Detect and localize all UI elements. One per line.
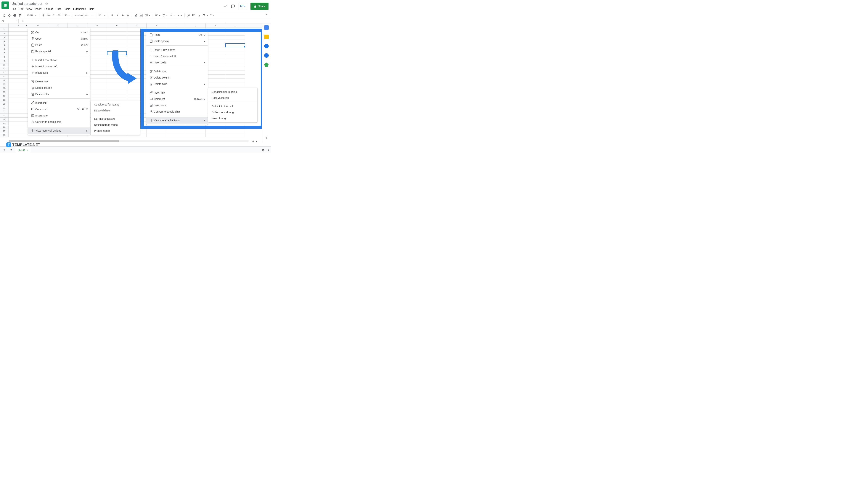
menu-item-get-link-to-this-cell[interactable]: Get link to this cell (208, 103, 257, 109)
column-header-k[interactable]: K (206, 24, 225, 28)
cell[interactable] (87, 79, 107, 82)
undo-button[interactable] (2, 13, 7, 18)
cell[interactable] (127, 59, 147, 63)
menu-item-comment[interactable]: CommentCtrl+Alt+M (28, 106, 90, 112)
font-dropdown[interactable]: Default (Ari...▼ (74, 13, 94, 18)
increase-decimal-button[interactable]: .00_ (57, 13, 62, 18)
cell[interactable] (206, 47, 225, 51)
cell[interactable] (87, 94, 107, 98)
row-header-10[interactable]: 10 (0, 63, 8, 67)
menu-item-insert-1-column-left[interactable]: Insert 1 column left (146, 53, 208, 59)
cell[interactable] (127, 79, 147, 82)
menu-item-insert-1-column-left[interactable]: Insert 1 column left (28, 63, 90, 69)
activity-icon[interactable] (223, 4, 227, 8)
cell[interactable] (87, 90, 107, 94)
cell[interactable] (127, 55, 147, 59)
cell[interactable] (87, 75, 107, 79)
row-header-1[interactable]: 1 (0, 28, 8, 32)
wrap-button[interactable]: ▼ (169, 13, 176, 18)
redo-button[interactable] (7, 13, 12, 18)
cell[interactable] (186, 125, 206, 129)
column-header-c[interactable]: C (48, 24, 68, 28)
row-header-4[interactable]: 4 (0, 39, 8, 44)
cell[interactable] (8, 71, 28, 75)
cell[interactable] (206, 129, 225, 133)
text-color-button[interactable]: A (125, 13, 130, 18)
scroll-right-button[interactable]: ▶ (255, 140, 258, 143)
menu-item-data-validation[interactable]: Data validation (208, 95, 257, 101)
cell[interactable] (8, 47, 28, 51)
cell[interactable] (206, 67, 225, 71)
cell[interactable] (127, 63, 147, 67)
cell[interactable] (225, 47, 245, 51)
cell[interactable] (107, 51, 127, 55)
cell[interactable] (8, 63, 28, 67)
cell[interactable] (87, 86, 107, 90)
horizontal-scrollbar[interactable]: ◀ ▶ (0, 140, 262, 143)
borders-button[interactable] (139, 13, 144, 18)
cell[interactable] (107, 28, 127, 32)
cell[interactable] (8, 114, 28, 118)
row-header-28[interactable]: 28 (0, 133, 8, 137)
cell[interactable] (225, 71, 245, 75)
cell[interactable] (225, 28, 245, 32)
cell[interactable] (8, 94, 28, 98)
cell[interactable] (107, 82, 127, 86)
row-header-21[interactable]: 21 (0, 106, 8, 110)
cell[interactable] (127, 82, 147, 86)
cell[interactable] (225, 32, 245, 35)
menu-item-delete-row[interactable]: Delete row (28, 78, 90, 85)
menu-item-delete-row[interactable]: Delete row (146, 68, 208, 75)
cell[interactable] (225, 79, 245, 82)
cell[interactable] (8, 28, 28, 32)
strikethrough-button[interactable]: S (120, 13, 125, 18)
column-header-f[interactable]: F (107, 24, 127, 28)
row-header-20[interactable]: 20 (0, 102, 8, 106)
menu-help[interactable]: Help (88, 7, 96, 11)
cell[interactable] (127, 90, 147, 94)
cell[interactable] (225, 51, 245, 55)
cell[interactable] (8, 32, 28, 35)
paint-format-button[interactable] (18, 13, 22, 18)
cell[interactable] (8, 79, 28, 82)
cell[interactable] (107, 67, 127, 71)
bold-button[interactable]: B (110, 13, 115, 18)
menu-item-paste[interactable]: PasteCtrl+V (28, 42, 90, 48)
cell[interactable] (206, 59, 225, 63)
menu-item-conditional-formatting[interactable]: Conditional formatting (208, 89, 257, 95)
share-button[interactable]: Share (250, 3, 269, 10)
row-header-27[interactable]: 27 (0, 129, 8, 133)
cell[interactable] (87, 35, 107, 39)
fontsize-dropdown[interactable]: 10▼ (97, 13, 107, 18)
cell[interactable] (87, 71, 107, 75)
cell[interactable] (225, 75, 245, 79)
cell[interactable] (8, 106, 28, 110)
star-icon[interactable]: ☆ (45, 2, 48, 6)
menu-item-define-named-range[interactable]: Define named range (208, 109, 257, 115)
cell[interactable] (206, 35, 225, 39)
cell[interactable] (225, 63, 245, 67)
row-header-8[interactable]: 8 (0, 55, 8, 59)
row-header-22[interactable]: 22 (0, 110, 8, 114)
row-header-16[interactable]: 16 (0, 86, 8, 90)
cell[interactable] (107, 71, 127, 75)
calendar-icon[interactable] (264, 25, 269, 30)
row-header-15[interactable]: 15 (0, 82, 8, 86)
cell[interactable] (107, 86, 127, 90)
menu-format[interactable]: Format (43, 7, 54, 11)
cell[interactable] (127, 44, 147, 47)
merge-button[interactable]: ▼ (144, 13, 151, 18)
cell[interactable] (87, 55, 107, 59)
sheets-logo[interactable] (1, 1, 9, 9)
cell[interactable] (127, 51, 147, 55)
row-header-6[interactable]: 6 (0, 47, 8, 51)
row-header-24[interactable]: 24 (0, 118, 8, 121)
cell[interactable] (107, 79, 127, 82)
cell[interactable] (8, 51, 28, 55)
menu-item-insert-1-row-above[interactable]: Insert 1 row above (28, 57, 90, 63)
menu-item-insert-link[interactable]: Insert link (146, 89, 208, 96)
menu-extensions[interactable]: Extensions (72, 7, 87, 11)
cell[interactable] (87, 82, 107, 86)
cell[interactable] (147, 125, 166, 129)
menu-item-insert-cells[interactable]: Insert cells▶ (146, 59, 208, 66)
